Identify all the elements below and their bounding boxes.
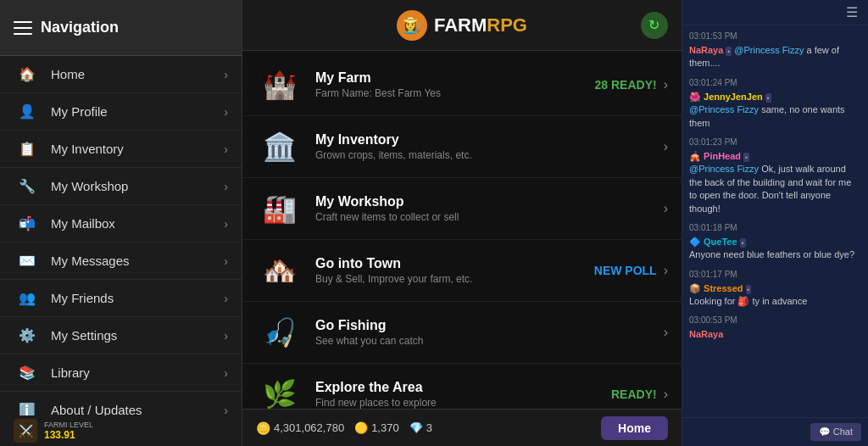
main-header: 👩‍🌾 FARMRPG ↻ <box>242 0 682 51</box>
workshop-title: My Workshop <box>315 194 664 209</box>
sidebar-item-library[interactable]: 📚 Library › <box>0 354 242 392</box>
skill-section: ⚔️ Farmi Level 133.91 <box>0 415 242 446</box>
sidebar-item-messages[interactable]: ✉️ My Messages › <box>0 243 242 280</box>
sidebar-item-settings[interactable]: ⚙️ My Settings › <box>0 317 242 354</box>
settings-icon: ⚙️ <box>14 322 41 349</box>
coins-stat: 🪙 4,301,062,780 <box>256 421 344 435</box>
chevron-right-icon: › <box>664 201 668 216</box>
home-button[interactable]: Home <box>601 416 668 440</box>
username: PinHead <box>704 151 741 161</box>
sidebar-item-workshop[interactable]: 🔧 My Workshop › <box>0 168 242 205</box>
chat-message-3: 03:01:23 PM 🎪 PinHead ▪ @Princess Fizzy … <box>689 137 861 215</box>
main-item-explore[interactable]: 🌿 Explore the Area Find new places to ex… <box>242 364 682 409</box>
username: QueTee <box>704 237 737 247</box>
messages-icon: ✉️ <box>14 248 41 275</box>
gem-icon: 💎 <box>409 421 423 434</box>
mailbox-icon: 📬 <box>14 210 41 237</box>
coins-value: 4,301,062,780 <box>274 421 344 434</box>
town-subtitle: Buy & Sell, Improve your farm, etc. <box>315 273 594 285</box>
friends-icon: 👥 <box>14 285 41 312</box>
chat-message-1: 03:01:53 PM NaRaya ▪ @Princess Fizzy a f… <box>689 31 861 70</box>
chevron-icon: › <box>224 292 228 305</box>
msg-time: 03:01:17 PM <box>689 269 861 281</box>
refresh-button[interactable]: ↻ <box>641 12 668 39</box>
main-item-inventory[interactable]: 🏛️ My Inventory Grown crops, items, mate… <box>242 116 682 178</box>
town-image: 🏘️ <box>256 247 303 294</box>
wrench-icon: 🔧 <box>14 173 41 200</box>
user-badge: ▪ <box>726 47 732 56</box>
chevron-icon: › <box>224 68 228 81</box>
main-item-farm[interactable]: 🏰 My Farm Farm Name: Best Farm Yes 28 RE… <box>242 54 682 116</box>
sidebar-item-home[interactable]: 🏠 Home › <box>0 56 242 93</box>
chevron-icon: › <box>224 217 228 231</box>
sidebar-header: Navigation <box>0 0 242 56</box>
main-item-town[interactable]: 🏘️ Go into Town Buy & Sell, Improve your… <box>242 240 682 302</box>
sidebar-item-home-label: Home <box>51 67 224 81</box>
chevron-icon: › <box>224 180 228 193</box>
username: Stressed <box>704 283 743 293</box>
skill-icon: ⚔️ <box>14 419 37 443</box>
sidebar-item-friends[interactable]: 👥 My Friends › <box>0 280 242 317</box>
mention: @Princess Fizzy <box>689 164 759 174</box>
farm-badge: 28 READY! <box>595 78 657 92</box>
chevron-icon: › <box>224 142 228 156</box>
sidebar-title: Navigation <box>41 19 119 36</box>
farm-text: My Farm Farm Name: Best Farm Yes <box>315 70 595 99</box>
farm-subtitle: Farm Name: Best Farm Yes <box>315 87 595 99</box>
msg-body: 🌺 JennyJenJen ▪ @Princess Fizzy same, no… <box>689 91 861 130</box>
chat-footer: 💬 Chat <box>682 417 868 446</box>
msg-time: 03:01:18 PM <box>689 222 861 234</box>
explore-image: 🌿 <box>256 371 303 409</box>
explore-badge: READY! <box>611 387 657 401</box>
main-item-workshop[interactable]: 🏭 My Workshop Craft new items to collect… <box>242 178 682 240</box>
sidebar-item-profile[interactable]: 👤 My Profile › <box>0 93 242 131</box>
house-icon: 🏠 <box>14 61 41 88</box>
fishing-image: 🎣 <box>256 309 303 356</box>
chevron-right-icon: › <box>664 139 668 154</box>
sidebar-item-settings-label: My Settings <box>51 328 224 343</box>
username: NaRaya <box>689 45 723 55</box>
town-text: Go into Town Buy & Sell, Improve your fa… <box>315 256 594 285</box>
msg-time: 03:01:53 PM <box>689 31 861 42</box>
chevron-right-icon: › <box>664 325 668 340</box>
mention: @Princess Fizzy <box>689 104 759 114</box>
username: 🔷 <box>689 237 704 247</box>
sidebar-item-messages-label: My Messages <box>51 254 224 268</box>
chevron-icon: › <box>224 404 228 416</box>
farm-image: 🏰 <box>256 61 303 109</box>
chat-message-4: 03:01:18 PM 🔷 QueTee ▪ Anyone need blue … <box>689 222 861 262</box>
chevron-right-icon: › <box>664 387 668 402</box>
skill-label: Farmi Level <box>44 421 228 429</box>
inventory-icon: 📋 <box>14 136 41 163</box>
sidebar-item-updates[interactable]: ℹ️ About / Updates › <box>0 392 242 415</box>
person-icon: 👤 <box>14 98 41 125</box>
msg-body: 📦 Stressed ▪ Looking for 🎒 ty in advance <box>689 282 861 309</box>
explore-subtitle: Find new places to explore <box>315 397 611 409</box>
msg-body: NaRaya <box>689 328 861 341</box>
chat-message-2: 03:01:24 PM 🌺 JennyJenJen ▪ @Princess Fi… <box>689 77 861 130</box>
main-item-fishing[interactable]: 🎣 Go Fishing See what you can catch › <box>242 302 682 364</box>
msg-body: NaRaya ▪ @Princess Fizzy a few of them..… <box>689 44 861 70</box>
chat-message-5: 03:01:17 PM 📦 Stressed ▪ Looking for 🎒 t… <box>689 269 861 309</box>
chat-button[interactable]: 💬 Chat <box>810 423 861 441</box>
logo-text: FARMRPG <box>434 14 527 36</box>
gold-stat: 🟡 1,370 <box>354 421 399 434</box>
footer-stats: 🪙 4,301,062,780 🟡 1,370 💎 3 <box>256 421 432 435</box>
sidebar-nav-list: 🏠 Home › 👤 My Profile › 📋 My Inventory ›… <box>0 56 242 415</box>
fishing-text: Go Fishing See what you can catch <box>315 318 664 347</box>
user-badge: ▪ <box>746 285 752 294</box>
sidebar-item-mailbox[interactable]: 📬 My Mailbox › <box>0 205 242 243</box>
hamburger-icon[interactable] <box>14 21 32 35</box>
chat-panel: ☰ 03:01:53 PM NaRaya ▪ @Princess Fizzy a… <box>682 0 868 446</box>
skill-info: Farmi Level 133.91 <box>44 421 228 441</box>
sidebar-item-inventory[interactable]: 📋 My Inventory › <box>0 131 242 168</box>
town-title: Go into Town <box>315 256 594 271</box>
msg-time: 03:00:53 PM <box>689 315 861 326</box>
user-badge: ▪ <box>743 153 749 162</box>
chat-menu-icon[interactable]: ☰ <box>846 4 858 20</box>
username: 📦 <box>689 283 704 293</box>
gems-value: 3 <box>426 421 432 434</box>
sidebar-item-updates-label: About / Updates <box>51 403 224 415</box>
mention: @Princess Fizzy <box>734 45 804 55</box>
username: JennyJenJen <box>704 92 763 102</box>
